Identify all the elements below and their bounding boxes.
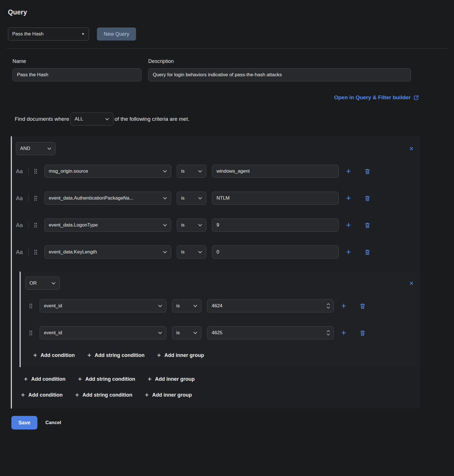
chevron-down-icon bbox=[163, 197, 167, 200]
open-query-filter-builder-link[interactable]: Open in Query & Filter builder bbox=[334, 94, 419, 101]
divider bbox=[7, 48, 447, 49]
find-documents-row: Find documents where ALL of the followin… bbox=[15, 113, 447, 126]
chevron-down-icon bbox=[47, 147, 51, 150]
value-input[interactable] bbox=[212, 219, 339, 232]
plus-icon: + bbox=[75, 392, 79, 398]
chevron-down-icon bbox=[198, 197, 202, 200]
trash-icon[interactable] bbox=[365, 168, 370, 174]
condition-row: event_id is + bbox=[25, 326, 420, 339]
chevron-down-icon bbox=[163, 170, 167, 173]
drag-handle-icon[interactable] bbox=[34, 223, 37, 228]
match-type-select[interactable]: ALL bbox=[70, 113, 113, 126]
operator-select[interactable]: is bbox=[177, 192, 206, 205]
footer-actions: Save Cancel bbox=[11, 416, 447, 430]
add-string-condition-link[interactable]: +Add string condition bbox=[87, 352, 145, 359]
plus-icon: + bbox=[24, 376, 28, 382]
field-select[interactable]: event_data.AuthenticationPackageNa... bbox=[44, 192, 171, 205]
condition-row: Aa event_data.KeyLength is + bbox=[16, 246, 420, 259]
saved-query-select[interactable]: Pass the Hash ▼ bbox=[8, 27, 89, 41]
query-editor-panel: Query Pass the Hash ▼ New Query Name Des… bbox=[0, 0, 454, 476]
add-value-icon[interactable]: + bbox=[346, 221, 351, 229]
description-input[interactable] bbox=[148, 68, 411, 81]
caret-down-icon: ▼ bbox=[81, 32, 85, 36]
add-inner-group-link[interactable]: +Add inner group bbox=[157, 352, 204, 359]
number-spinner[interactable] bbox=[327, 330, 330, 336]
or-group: OR ✕ event_id is bbox=[20, 272, 420, 367]
trash-icon[interactable] bbox=[360, 330, 365, 336]
row-divider bbox=[28, 194, 29, 202]
drag-handle-icon[interactable] bbox=[34, 249, 37, 255]
drag-handle-icon[interactable] bbox=[29, 303, 33, 309]
add-condition-link[interactable]: +Add condition bbox=[33, 352, 75, 359]
drag-handle-icon[interactable] bbox=[29, 330, 33, 336]
field-select[interactable]: event_id bbox=[40, 299, 166, 312]
plus-icon: + bbox=[33, 352, 37, 359]
remove-group-icon[interactable]: ✕ bbox=[409, 281, 414, 286]
chevron-down-icon bbox=[52, 282, 56, 285]
string-type-icon[interactable]: Aa bbox=[16, 195, 24, 202]
remove-group-icon[interactable]: ✕ bbox=[409, 146, 414, 151]
chevron-down-icon bbox=[163, 251, 167, 253]
trash-icon[interactable] bbox=[365, 249, 370, 255]
or-operator-select[interactable]: OR bbox=[25, 277, 60, 290]
trash-icon[interactable] bbox=[365, 222, 370, 228]
chevron-down-icon bbox=[158, 332, 162, 334]
and-operator-select[interactable]: AND bbox=[16, 142, 56, 155]
chevron-down-icon bbox=[193, 305, 197, 307]
chevron-down-icon bbox=[193, 332, 197, 334]
string-type-icon[interactable]: Aa bbox=[16, 249, 24, 255]
query-meta-form: Name Description bbox=[12, 58, 411, 81]
add-value-icon[interactable]: + bbox=[346, 167, 351, 175]
add-value-icon[interactable]: + bbox=[346, 194, 351, 202]
field-select[interactable]: event_data.LogonType bbox=[44, 219, 171, 232]
add-inner-group-link[interactable]: +Add inner group bbox=[148, 376, 195, 382]
external-link-icon bbox=[413, 95, 419, 100]
field-select[interactable]: event_data.KeyLength bbox=[44, 246, 171, 259]
chevron-down-icon bbox=[198, 224, 202, 227]
row-divider bbox=[28, 221, 29, 229]
operator-select[interactable]: is bbox=[172, 326, 201, 339]
find-prefix-text: Find documents where bbox=[15, 116, 69, 122]
cancel-button[interactable]: Cancel bbox=[45, 420, 61, 426]
add-condition-link[interactable]: +Add condition bbox=[24, 376, 65, 382]
drag-handle-icon[interactable] bbox=[34, 169, 37, 174]
operator-select[interactable]: is bbox=[177, 219, 206, 232]
name-input[interactable] bbox=[12, 68, 141, 81]
new-query-button[interactable]: New Query bbox=[97, 27, 136, 41]
value-input[interactable] bbox=[212, 165, 339, 178]
add-value-icon[interactable]: + bbox=[341, 302, 346, 310]
description-label: Description bbox=[148, 58, 411, 64]
add-inner-group-link[interactable]: +Add inner group bbox=[145, 392, 192, 398]
trash-icon[interactable] bbox=[360, 303, 365, 309]
field-select[interactable]: msg_origin.source bbox=[44, 165, 171, 178]
and-group: AND ✕ Aa msg_origin.source is + bbox=[11, 136, 420, 409]
add-value-icon[interactable]: + bbox=[341, 329, 346, 337]
save-button[interactable]: Save bbox=[11, 416, 37, 430]
string-type-icon[interactable]: Aa bbox=[16, 168, 24, 175]
add-string-condition-link[interactable]: +Add string condition bbox=[78, 376, 135, 382]
operator-select[interactable]: is bbox=[177, 165, 206, 178]
page-title: Query bbox=[8, 9, 447, 16]
operator-select[interactable]: is bbox=[172, 299, 201, 312]
number-spinner[interactable] bbox=[327, 303, 330, 309]
add-string-condition-link[interactable]: +Add string condition bbox=[75, 392, 132, 398]
value-number-input[interactable] bbox=[207, 326, 334, 339]
chevron-down-icon bbox=[105, 118, 109, 120]
value-input[interactable] bbox=[212, 192, 339, 205]
add-links-row: +Add condition +Add string condition +Ad… bbox=[21, 392, 420, 398]
string-type-icon[interactable]: Aa bbox=[16, 222, 24, 229]
operator-select[interactable]: is bbox=[177, 246, 206, 259]
row-divider bbox=[28, 248, 29, 256]
add-value-icon[interactable]: + bbox=[346, 248, 351, 256]
plus-icon: + bbox=[148, 376, 152, 382]
drag-handle-icon[interactable] bbox=[34, 196, 37, 201]
field-select[interactable]: event_id bbox=[40, 326, 166, 339]
value-number-input[interactable] bbox=[207, 299, 334, 312]
add-condition-link[interactable]: +Add condition bbox=[21, 392, 63, 398]
plus-icon: + bbox=[78, 376, 82, 382]
toolbar: Pass the Hash ▼ New Query bbox=[8, 27, 447, 41]
chevron-down-icon bbox=[198, 251, 202, 253]
name-label: Name bbox=[12, 58, 141, 64]
value-input[interactable] bbox=[212, 246, 339, 259]
trash-icon[interactable] bbox=[365, 195, 370, 201]
